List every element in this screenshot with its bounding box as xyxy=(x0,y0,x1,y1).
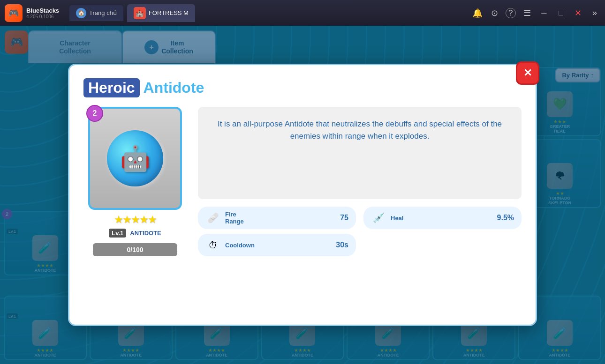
home-tab-label: Trang chủ xyxy=(89,9,117,16)
cooldown-label: Cooldown xyxy=(225,242,331,249)
heal-value: 9.5% xyxy=(497,214,514,222)
heal-label: Heal xyxy=(391,215,492,222)
bluestacks-logo: 🎮 xyxy=(5,4,23,22)
game-tab[interactable]: 🏰 FORTRESS M xyxy=(127,4,195,22)
item-description-text: It is an all-purpose Antidote that neutr… xyxy=(198,107,522,199)
app-name-label: BlueStacks xyxy=(26,7,59,14)
home-tab[interactable]: 🏠 Trang chủ xyxy=(69,5,123,21)
fire-range-value: 75 xyxy=(340,214,348,222)
item-card-item-name-label: ANTIDOTE xyxy=(130,230,161,237)
titlebar: 🎮 BlueStacks 4.205.0.1006 🏠 Trang chủ 🏰 … xyxy=(0,0,605,26)
cooldown-icon: ⏱ xyxy=(205,238,220,253)
stat-cooldown: ⏱ Cooldown 30s xyxy=(198,234,356,256)
minimize-button[interactable]: ─ xyxy=(538,7,550,19)
app-version-label: 4.205.0.1006 xyxy=(26,14,59,19)
heal-icon: 💉 xyxy=(371,210,386,225)
item-card-stars: ★★★★★ xyxy=(114,214,156,226)
account-icon[interactable]: ⊙ xyxy=(489,7,500,19)
item-card: 2 🤖 ★★★★★ Lv.1 ANTIDOTE 0/100 xyxy=(83,107,187,256)
fire-range-icon: 🩹 xyxy=(205,210,220,225)
item-info-panel: It is an all-purpose Antidote that neutr… xyxy=(198,107,522,256)
game-area: 🎮 CharacterCollection + ItemCollection B… xyxy=(0,26,605,364)
fire-range-label: FireRange xyxy=(225,211,335,225)
item-stats-panel: 🩹 FireRange 75 ⏱ Cooldown 30s xyxy=(198,207,522,256)
modal-title: Heroic Antidote xyxy=(83,78,522,97)
expand-icon[interactable]: » xyxy=(589,7,600,19)
cooldown-value: 30s xyxy=(336,241,348,249)
item-card-bubble: 🤖 xyxy=(107,130,163,186)
help-icon[interactable]: ? xyxy=(506,8,516,18)
stat-heal: 💉 Heal 9.5% xyxy=(363,207,522,229)
modal-overlay: ✕ Heroic Antidote 2 🤖 xyxy=(0,26,605,364)
item-card-character-icon: 🤖 xyxy=(120,144,151,173)
home-tab-icon: 🏠 xyxy=(76,8,86,18)
close-icon: ✕ xyxy=(523,67,532,79)
bell-icon[interactable]: 🔔 xyxy=(472,7,483,19)
item-card-level-label: Lv.1 xyxy=(109,229,126,238)
item-card-frame: 2 🤖 xyxy=(88,107,182,210)
modal-close-button[interactable]: ✕ xyxy=(516,61,539,85)
window-controls: 🔔 ⊙ ? ☰ ─ □ ✕ » xyxy=(472,7,600,19)
item-card-image: 🤖 xyxy=(102,126,168,191)
stat-group-right: 💉 Heal 9.5% xyxy=(363,207,522,256)
item-card-name-row: Lv.1 ANTIDOTE xyxy=(109,229,161,238)
stat-fire-range: 🩹 FireRange 75 xyxy=(198,207,356,229)
game-tab-icon: 🏰 xyxy=(134,7,146,19)
modal-title-name-label: Antidote xyxy=(144,79,204,97)
item-card-progress-bar: 0/100 xyxy=(93,243,177,256)
close-button[interactable]: ✕ xyxy=(572,7,583,19)
stat-group-left: 🩹 FireRange 75 ⏱ Cooldown 30s xyxy=(198,207,356,256)
item-detail-modal: ✕ Heroic Antidote 2 🤖 xyxy=(68,64,537,326)
item-card-level-badge: 2 xyxy=(86,105,103,122)
maximize-button[interactable]: □ xyxy=(555,7,567,19)
game-tab-label: FORTRESS M xyxy=(149,9,189,16)
modal-title-heroic-label: Heroic xyxy=(83,78,140,97)
menu-icon[interactable]: ☰ xyxy=(522,7,533,19)
modal-body: 2 🤖 ★★★★★ Lv.1 ANTIDOTE 0/100 xyxy=(83,107,522,256)
